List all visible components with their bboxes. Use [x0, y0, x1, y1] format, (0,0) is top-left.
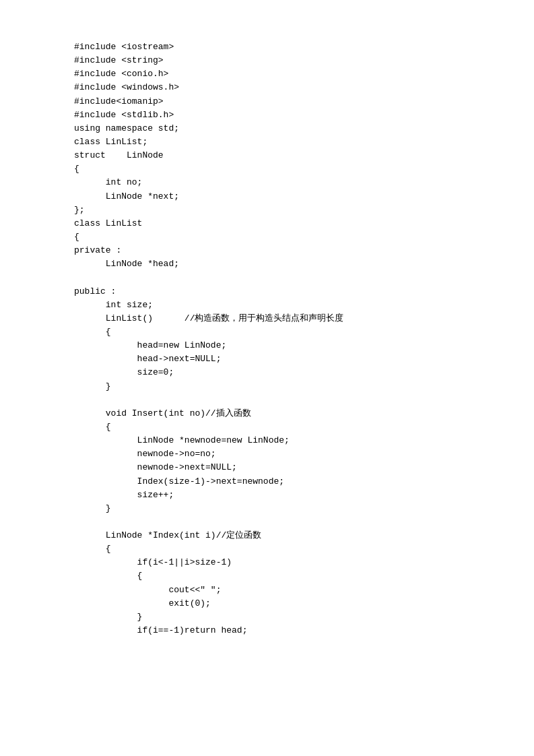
code-line: newnode->next=NULL;: [74, 461, 507, 474]
code-line: size++;: [74, 489, 507, 502]
code-line: int no;: [74, 176, 507, 189]
code-line: struct LinNode: [74, 149, 507, 162]
code-line: };: [74, 203, 507, 217]
code-line: #include <conio.h>: [74, 67, 507, 81]
code-line: exit(0);: [74, 597, 507, 610]
code-line: LinNode *Index(int i)//定位函数: [74, 529, 507, 542]
code-line: [74, 393, 507, 407]
code-line: if(i<-1||i>size-1): [74, 556, 507, 569]
code-line: LinNode *next;: [74, 190, 507, 203]
code-line: newnode->no=no;: [74, 447, 507, 461]
code-line: }: [74, 380, 507, 393]
code-line: using namespace std;: [74, 122, 507, 135]
code-line: cout<<" ";: [74, 584, 507, 597]
code-line: {: [74, 230, 507, 244]
code-line: LinNode *head;: [74, 257, 507, 271]
code-line: #include <string>: [74, 54, 507, 67]
code-line: {: [74, 542, 507, 556]
code-line: [74, 515, 507, 529]
code-line: if(i==-1)return head;: [74, 624, 507, 637]
code-line: LinNode *newnode=new LinNode;: [74, 434, 507, 447]
code-line: #include <iostream>: [74, 40, 507, 54]
code-line: LinList() //构造函数，用于构造头结点和声明长度: [74, 312, 507, 325]
code-line: public :: [74, 285, 507, 298]
code-container: #include <iostream>#include <string>#inc…: [74, 40, 507, 637]
code-line: head=new LinNode;: [74, 339, 507, 352]
code-line: {: [74, 420, 507, 434]
code-line: head->next=NULL;: [74, 352, 507, 366]
code-line: class LinList: [74, 217, 507, 230]
code-line: {: [74, 162, 507, 176]
code-line: }: [74, 502, 507, 515]
code-line: int size;: [74, 298, 507, 312]
code-line: {: [74, 569, 507, 583]
code-line: [74, 271, 507, 284]
code-line: size=0;: [74, 366, 507, 379]
code-line: }: [74, 610, 507, 624]
code-line: #include <stdlib.h>: [74, 108, 507, 122]
code-line: #include<iomanip>: [74, 95, 507, 108]
code-line: #include <windows.h>: [74, 81, 507, 94]
code-line: Index(size-1)->next=newnode;: [74, 475, 507, 489]
code-line: class LinList;: [74, 135, 507, 149]
code-line: private :: [74, 244, 507, 257]
code-line: void Insert(int no)//插入函数: [74, 407, 507, 420]
code-line: {: [74, 325, 507, 339]
